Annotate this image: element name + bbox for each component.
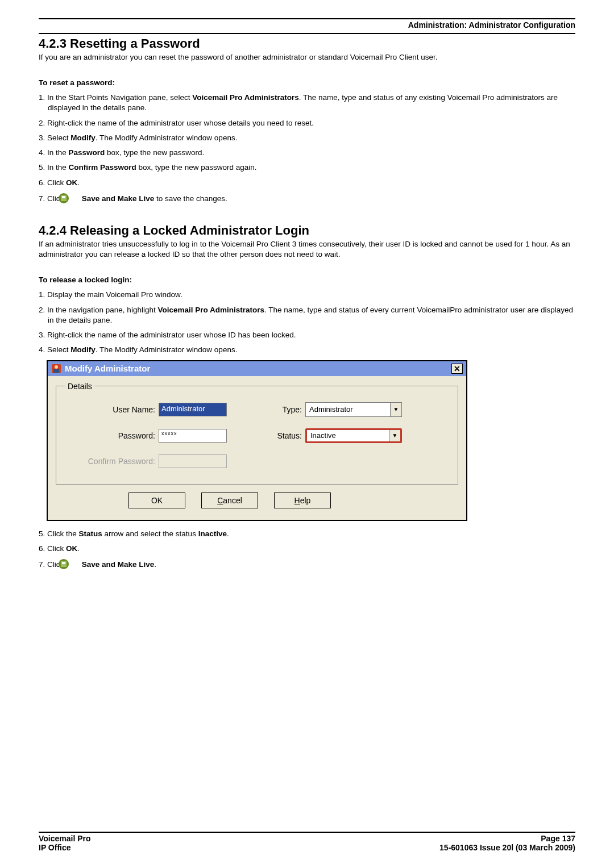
details-legend: Details (65, 382, 94, 391)
dialog-title: Modify Administrator (65, 364, 150, 373)
modify-administrator-dialog: Modify Administrator ✕ Details User Name… (47, 360, 467, 521)
section-424-steps-cont: 5. Click the Status arrow and select the… (39, 529, 575, 570)
step-424-4: 4. Select Modify. The Modify Administrat… (39, 345, 575, 355)
username-label: User Name: (65, 405, 159, 414)
step-424-3: 3. Right-click the name of the administr… (39, 330, 575, 340)
section-423-intro: If you are an administrator you can rese… (39, 52, 575, 62)
section-424-title: 4.2.4 Releasing a Locked Administrator L… (39, 223, 575, 238)
step-424-1: 1. Display the main Voicemail Pro window… (39, 290, 575, 300)
username-field[interactable]: Administrator (159, 403, 227, 416)
confirm-password-field (159, 454, 227, 468)
section-423-subheading: To reset a password: (39, 78, 575, 87)
section-423-title: 4.2.3 Resetting a Password (39, 36, 575, 51)
type-dropdown[interactable]: Administrator ▼ (305, 402, 402, 417)
page-footer: Voicemail Pro Page 137 IP Office 15-6010… (39, 832, 575, 852)
step-423-3: 3. Select Modify. The Modify Administrat… (39, 133, 575, 143)
confirm-password-label: Confirm Password: (65, 457, 159, 466)
password-label: Password: (65, 431, 159, 440)
step-424-5: 5. Click the Status arrow and select the… (39, 529, 575, 539)
footer-right-2: 15-601063 Issue 20l (03 March 2009) (439, 843, 575, 852)
svg-rect-2 (62, 196, 65, 198)
footer-left-1: Voicemail Pro (39, 834, 91, 843)
step-424-2: 2. In the navigation pane, highlight Voi… (39, 305, 575, 326)
step-424-7: 7. Click Save and Make Live. (39, 558, 575, 570)
cancel-button[interactable]: Cancel (201, 493, 258, 508)
page-header-breadcrumb: Administration: Administrator Configurat… (39, 20, 575, 30)
ok-button[interactable]: OK (128, 493, 185, 508)
svg-rect-5 (53, 369, 59, 373)
dialog-icon (51, 364, 61, 374)
chevron-down-icon[interactable]: ▼ (389, 430, 400, 441)
status-value: Inactive (307, 430, 389, 441)
save-make-live-icon (67, 193, 78, 204)
password-field[interactable]: xxxxx (159, 429, 227, 443)
step-423-6: 6. Click OK. (39, 178, 575, 188)
type-label: Type: (272, 405, 305, 414)
step-423-5: 5. In the Confirm Password box, type the… (39, 162, 575, 173)
footer-right-1: Page 137 (541, 834, 575, 843)
section-423-steps: 1. In the Start Points Navigation pane, … (39, 93, 575, 204)
svg-point-4 (55, 365, 58, 369)
section-424-subheading: To release a locked login: (39, 276, 575, 284)
section-424-steps: 1. Display the main Voicemail Pro window… (39, 290, 575, 355)
dialog-titlebar[interactable]: Modify Administrator ✕ (48, 361, 466, 376)
type-value: Administrator (306, 404, 390, 415)
step-423-1: 1. In the Start Points Navigation pane, … (39, 93, 575, 113)
help-button[interactable]: Help (274, 493, 331, 508)
status-dropdown[interactable]: Inactive ▼ (305, 428, 402, 443)
svg-rect-8 (62, 562, 65, 564)
section-424-intro: If an administrator tries unsuccessfully… (39, 239, 575, 260)
chevron-down-icon[interactable]: ▼ (390, 403, 401, 416)
footer-left-2: IP Office (39, 843, 71, 852)
save-make-live-icon (67, 558, 78, 570)
step-423-4: 4. In the Password box, type the new pas… (39, 148, 575, 158)
step-423-7: 7. Click Save and Make Live to save the … (39, 193, 575, 204)
status-label: Status: (272, 431, 305, 440)
close-button[interactable]: ✕ (451, 364, 463, 374)
details-fieldset: Details User Name: Administrator Type: A… (56, 382, 458, 485)
step-424-6: 6. Click OK. (39, 544, 575, 554)
close-icon: ✕ (454, 365, 460, 373)
step-423-2: 2. Right-click the name of the administr… (39, 118, 575, 128)
